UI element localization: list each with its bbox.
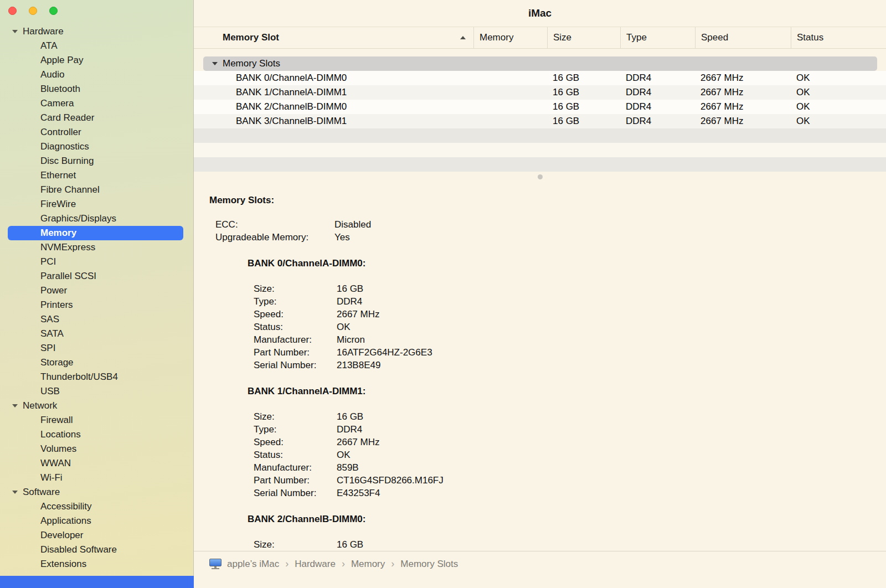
sidebar-bottom-strip bbox=[0, 576, 194, 588]
sidebar-item-locations[interactable]: Locations bbox=[8, 427, 183, 442]
table-row[interactable]: BANK 2/ChannelB-DIMM016 GBDDR42667 MHzOK bbox=[194, 100, 886, 114]
detail-value: CT16G4SFD8266.M16FJ bbox=[337, 474, 444, 487]
breadcrumb-item-apple-s-imac[interactable]: apple’s iMac bbox=[227, 559, 279, 570]
detail-row: Serial Number:E43253F4 bbox=[254, 487, 886, 499]
empty-row bbox=[194, 128, 886, 143]
sidebar-item-pci[interactable]: PCI bbox=[8, 255, 183, 269]
detail-row: Size:16 GB bbox=[254, 410, 886, 423]
sidebar-item-fibre-channel[interactable]: Fibre Channel bbox=[8, 183, 183, 197]
sidebar-item-accessibility[interactable]: Accessibility bbox=[8, 499, 183, 514]
sidebar-item-storage[interactable]: Storage bbox=[8, 355, 183, 370]
sidebar-section-software[interactable]: Software bbox=[0, 485, 193, 499]
sidebar-item-sata[interactable]: SATA bbox=[8, 327, 183, 341]
cell-slot: BANK 3/ChannelB-DIMM1 bbox=[194, 116, 473, 127]
sidebar-item-sas[interactable]: SAS bbox=[8, 312, 183, 327]
column-header-memory-slot[interactable]: Memory Slot bbox=[194, 27, 473, 48]
cell-slot: BANK 2/ChannelB-DIMM0 bbox=[194, 101, 473, 112]
bank-heading: BANK 2/ChannelB-DIMM0: bbox=[248, 513, 886, 526]
sidebar-item-graphics-displays[interactable]: Graphics/Displays bbox=[8, 212, 183, 226]
sort-asc-icon bbox=[460, 36, 466, 39]
sidebar-item-controller[interactable]: Controller bbox=[8, 125, 183, 140]
detail-label: Manufacturer: bbox=[254, 333, 337, 346]
sidebar-item-camera[interactable]: Camera bbox=[8, 96, 183, 111]
memory-slots-group-row[interactable]: Memory Slots bbox=[203, 56, 877, 71]
cell-size: 16 GB bbox=[547, 116, 620, 127]
sidebar-item-ata[interactable]: ATA bbox=[8, 39, 183, 53]
sidebar-item-firewire[interactable]: FireWire bbox=[8, 197, 183, 212]
bank-props: Size:16 GBType:DDR4Speed:2667 MHzStatus:… bbox=[254, 410, 886, 499]
sidebar-section-label: Network bbox=[23, 400, 57, 411]
close-window-button[interactable] bbox=[8, 7, 17, 15]
zoom-window-button[interactable] bbox=[49, 7, 58, 15]
sidebar-item-developer[interactable]: Developer bbox=[8, 528, 183, 543]
detail-row: Type:DDR4 bbox=[254, 423, 886, 436]
detail-value: Disabled bbox=[334, 218, 371, 231]
column-header-size[interactable]: Size bbox=[547, 27, 620, 48]
detail-row: Serial Number:213B8E49 bbox=[254, 359, 886, 372]
sidebar-item-firewall[interactable]: Firewall bbox=[8, 413, 183, 427]
empty-row bbox=[194, 157, 886, 172]
breadcrumb-item-memory[interactable]: Memory bbox=[351, 559, 385, 570]
sidebar-item-parallel-scsi[interactable]: Parallel SCSI bbox=[8, 269, 183, 283]
bank-heading: BANK 1/ChannelA-DIMM1: bbox=[248, 385, 886, 398]
detail-value: 16 GB bbox=[337, 282, 363, 295]
minimize-window-button[interactable] bbox=[29, 7, 37, 15]
table-row[interactable]: BANK 0/ChannelA-DIMM016 GBDDR42667 MHzOK bbox=[194, 71, 886, 85]
table-row[interactable]: BANK 1/ChannelA-DIMM116 GBDDR42667 MHzOK bbox=[194, 85, 886, 100]
sidebar-item-diagnostics[interactable]: Diagnostics bbox=[8, 140, 183, 154]
column-header-speed[interactable]: Speed bbox=[695, 27, 791, 48]
sidebar-item-card-reader[interactable]: Card Reader bbox=[8, 111, 183, 125]
detail-value: OK bbox=[337, 448, 351, 461]
sidebar-item-audio[interactable]: Audio bbox=[8, 68, 183, 82]
detail-value: 16 GB bbox=[337, 410, 363, 423]
sidebar-item-wwan[interactable]: WWAN bbox=[8, 456, 183, 471]
detail-label: Part Number: bbox=[254, 474, 337, 487]
sidebar-item-applications[interactable]: Applications bbox=[8, 514, 183, 528]
detail-value: 2667 MHz bbox=[337, 436, 379, 448]
cell-size: 16 GB bbox=[547, 73, 620, 84]
sidebar-item-power[interactable]: Power bbox=[8, 283, 183, 298]
detail-row: Part Number:CT16G4SFD8266.M16FJ bbox=[254, 474, 886, 487]
sidebar-item-thunderbolt-usb4[interactable]: Thunderbolt/USB4 bbox=[8, 370, 183, 384]
bank-heading: BANK 0/ChannelA-DIMM0: bbox=[248, 257, 886, 270]
detail-row: Speed:2667 MHz bbox=[254, 436, 886, 448]
cell-type: DDR4 bbox=[620, 73, 695, 84]
cell-speed: 2667 MHz bbox=[695, 87, 791, 98]
detail-value: E43253F4 bbox=[337, 487, 380, 499]
breadcrumb-item-memory-slots[interactable]: Memory Slots bbox=[400, 559, 458, 570]
sidebar-item-ethernet[interactable]: Ethernet bbox=[8, 168, 183, 183]
cell-slot: BANK 0/ChannelA-DIMM0 bbox=[194, 73, 473, 84]
cell-type: DDR4 bbox=[620, 101, 695, 112]
sidebar-item-apple-pay[interactable]: Apple Pay bbox=[8, 53, 183, 68]
sidebar-item-volumes[interactable]: Volumes bbox=[8, 442, 183, 456]
detail-value: 16ATF2G64HZ-2G6E3 bbox=[337, 346, 432, 359]
sidebar-section-network[interactable]: Network bbox=[0, 399, 193, 413]
table-row[interactable]: BANK 3/ChannelB-DIMM116 GBDDR42667 MHzOK bbox=[194, 114, 886, 128]
column-header-type[interactable]: Type bbox=[620, 27, 695, 48]
sidebar-item-memory[interactable]: Memory bbox=[8, 226, 183, 240]
sidebar-item-disc-burning[interactable]: Disc Burning bbox=[8, 154, 183, 168]
sidebar-item-wi-fi[interactable]: Wi-Fi bbox=[8, 471, 183, 485]
sidebar-item-spi[interactable]: SPI bbox=[8, 341, 183, 355]
detail-row: Status:OK bbox=[254, 448, 886, 461]
sidebar-section-label: Hardware bbox=[23, 26, 64, 37]
cell-size: 16 GB bbox=[547, 101, 620, 112]
pane-splitter[interactable] bbox=[194, 172, 886, 182]
detail-row: Status:OK bbox=[254, 321, 886, 333]
group-label: Memory Slots bbox=[223, 58, 280, 69]
breadcrumb-item-hardware[interactable]: Hardware bbox=[295, 559, 336, 570]
sidebar-item-extensions[interactable]: Extensions bbox=[8, 557, 183, 571]
sidebar-section-hardware[interactable]: Hardware bbox=[0, 24, 193, 39]
sidebar-item-usb[interactable]: USB bbox=[8, 384, 183, 399]
sidebar-item-disabled-software[interactable]: Disabled Software bbox=[8, 543, 183, 557]
sidebar-item-bluetooth[interactable]: Bluetooth bbox=[8, 82, 183, 96]
sidebar-item-nvmexpress[interactable]: NVMExpress bbox=[8, 240, 183, 255]
sidebar-item-printers[interactable]: Printers bbox=[8, 298, 183, 312]
column-header-memory[interactable]: Memory bbox=[473, 27, 547, 48]
detail-label: Status: bbox=[254, 321, 337, 333]
detail-value: DDR4 bbox=[337, 295, 362, 308]
detail-value: 2667 MHz bbox=[337, 308, 379, 321]
column-header-status[interactable]: Status bbox=[791, 27, 886, 48]
detail-value: 859B bbox=[337, 461, 359, 474]
detail-label: Size: bbox=[254, 282, 337, 295]
